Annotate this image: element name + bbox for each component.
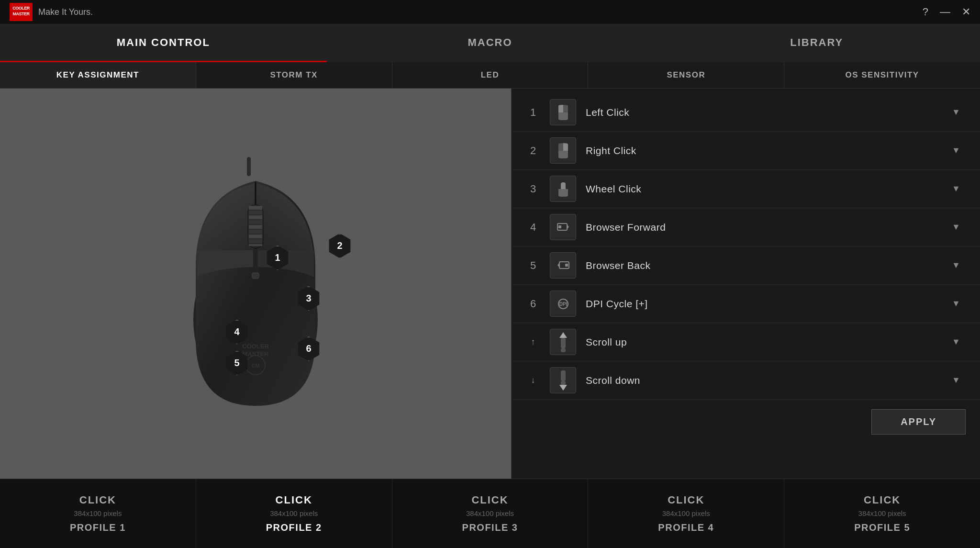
assignment-icon-4 [550, 214, 576, 240]
assignment-num-1: 1 [526, 106, 540, 119]
profile-name-5: PROFILE 5 [854, 522, 910, 533]
assignment-icon-1 [550, 99, 576, 125]
profile-slot-5[interactable]: CLICK 384x100 pixels PROFILE 5 [784, 479, 980, 548]
main-tabs: MAIN CONTROL MACRO LIBRARY [0, 24, 980, 62]
tab-main-control[interactable]: MAIN CONTROL [0, 24, 327, 62]
subtab-key-assignment[interactable]: KEY ASSIGNMENT [0, 62, 196, 88]
profile-click-label-4: CLICK [668, 494, 704, 506]
minimize-button[interactable]: — [940, 6, 950, 18]
assignment-dropdown-5[interactable]: ▼ [947, 256, 966, 275]
tab-library[interactable]: LIBRARY [653, 24, 980, 62]
profile-pixels-1: 384x100 pixels [74, 509, 122, 517]
assignment-icon-scroll-up [550, 329, 576, 355]
svg-rect-17 [252, 273, 259, 279]
assignment-row-scroll-down[interactable]: ↓ Scroll down ▼ [512, 361, 980, 400]
svg-rect-16 [253, 249, 258, 273]
profile-pixels-3: 384x100 pixels [466, 509, 514, 517]
svg-rect-13 [249, 235, 262, 238]
right-panel: 1 Left Click ▼ 2 Right Click [511, 89, 980, 479]
assignment-row-scroll-up[interactable]: ↑ Scroll up ▼ [512, 323, 980, 361]
title-bar-controls: ? — ✕ [923, 6, 970, 18]
assignment-row-2[interactable]: 2 Right Click ▼ [512, 132, 980, 170]
svg-rect-34 [561, 370, 566, 381]
assignment-dropdown-scroll-down[interactable]: ▼ [947, 371, 966, 390]
apply-area: APPLY [512, 400, 980, 444]
assignment-icon-6: DPI [550, 291, 576, 317]
assignment-num-3: 3 [526, 183, 540, 195]
svg-rect-25 [558, 225, 561, 228]
assignment-row-1[interactable]: 1 Left Click ▼ [512, 93, 980, 132]
assignment-row-6[interactable]: 6 DPI DPI Cycle [+] ▼ [512, 285, 980, 323]
assignment-row-3[interactable]: 3 Wheel Click ▼ [512, 170, 980, 208]
svg-text:CM: CM [251, 363, 259, 369]
profile-pixels-4: 384x100 pixels [662, 509, 710, 517]
assignment-num-6: 6 [526, 298, 540, 310]
assignment-label-4: Browser Forward [586, 222, 937, 233]
assignment-dropdown-4[interactable]: ▼ [947, 218, 966, 237]
svg-text:MASTER: MASTER [13, 11, 30, 16]
content-area: COOLER MASTER CM 1 2 3 4 5 6 1 [0, 89, 980, 479]
profile-slot-3[interactable]: CLICK 384x100 pixels PROFILE 3 [392, 479, 589, 548]
assignment-dropdown-2[interactable]: ▼ [947, 141, 966, 160]
profile-name-2: PROFILE 2 [266, 522, 322, 533]
svg-rect-12 [249, 230, 262, 234]
svg-rect-33 [561, 348, 566, 352]
profile-pixels-2: 384x100 pixels [270, 509, 318, 517]
title-bar-left: COOLER MASTER Make It Yours. [10, 3, 93, 21]
svg-rect-15 [249, 244, 262, 246]
svg-rect-28 [565, 264, 568, 267]
assignment-icon-2 [550, 137, 576, 164]
profile-click-label-2: CLICK [276, 494, 312, 506]
profile-click-label-1: CLICK [79, 494, 116, 506]
svg-marker-27 [557, 263, 559, 268]
assignment-dropdown-1[interactable]: ▼ [947, 103, 966, 122]
profile-slot-4[interactable]: CLICK 384x100 pixels PROFILE 4 [588, 479, 784, 548]
svg-marker-24 [567, 224, 569, 229]
svg-rect-3 [247, 157, 251, 176]
coolermaster-logo: COOLER MASTER [10, 3, 33, 21]
profile-name-4: PROFILE 4 [658, 522, 714, 533]
assignment-label-5: Browser Back [586, 260, 937, 271]
assignment-num-scroll-up: ↑ [526, 337, 540, 347]
mouse-area: COOLER MASTER CM 1 2 3 4 5 6 [0, 89, 511, 479]
svg-rect-8 [249, 211, 262, 214]
profile-name-3: PROFILE 3 [462, 522, 518, 533]
svg-rect-7 [249, 206, 262, 210]
svg-rect-11 [249, 225, 262, 229]
assignment-num-scroll-down: ↓ [526, 375, 540, 385]
subtab-sensor[interactable]: SENSOR [588, 62, 784, 88]
subtab-os-sensitivity[interactable]: OS SENSITIVITY [784, 62, 980, 88]
assignment-row-5[interactable]: 5 Browser Back ▼ [512, 246, 980, 285]
subtab-led[interactable]: LED [392, 62, 589, 88]
assignment-dropdown-3[interactable]: ▼ [947, 179, 966, 199]
profile-slot-1[interactable]: CLICK 384x100 pixels PROFILE 1 [0, 479, 196, 548]
apply-button[interactable]: APPLY [871, 409, 966, 435]
svg-text:COOLER: COOLER [242, 343, 269, 350]
assignment-row-4[interactable]: 4 Browser Forward ▼ [512, 208, 980, 246]
assignment-num-5: 5 [526, 259, 540, 272]
tab-macro[interactable]: MACRO [327, 24, 654, 62]
assignment-dropdown-6[interactable]: ▼ [947, 294, 966, 313]
profile-click-label-5: CLICK [864, 494, 901, 506]
profile-name-1: PROFILE 1 [70, 522, 126, 533]
profile-slot-2[interactable]: CLICK 384x100 pixels PROFILE 2 [196, 479, 392, 548]
assignment-icon-3 [550, 176, 576, 202]
assignment-label-scroll-down: Scroll down [586, 375, 937, 386]
assignment-dropdown-scroll-up[interactable]: ▼ [947, 333, 966, 352]
mouse-visual-container: COOLER MASTER CM 1 2 3 4 5 6 [165, 157, 346, 411]
subtab-storm-tx[interactable]: STORM TX [196, 62, 392, 88]
tagline: Make It Yours. [38, 7, 93, 17]
assignment-label-1: Left Click [586, 107, 937, 118]
profile-pixels-5: 384x100 pixels [858, 509, 906, 517]
close-button[interactable]: ✕ [962, 6, 970, 18]
svg-rect-32 [561, 338, 566, 348]
svg-marker-36 [559, 385, 567, 391]
bottom-bar: CLICK 384x100 pixels PROFILE 1 CLICK 384… [0, 479, 980, 548]
assignment-label-3: Wheel Click [586, 183, 937, 195]
svg-rect-14 [249, 239, 262, 243]
assignment-icon-5 [550, 252, 576, 279]
title-bar: COOLER MASTER Make It Yours. ? — ✕ [0, 0, 980, 24]
help-button[interactable]: ? [923, 6, 928, 18]
assignment-num-4: 4 [526, 221, 540, 234]
assignment-label-2: Right Click [586, 145, 937, 157]
